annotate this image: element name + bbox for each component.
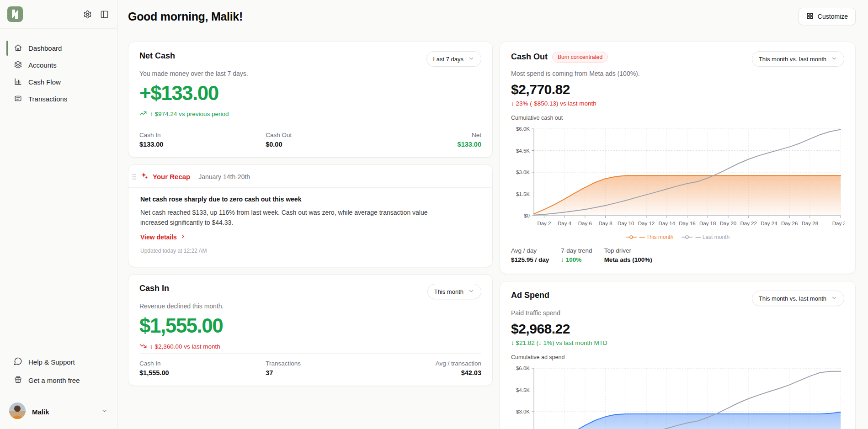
sidebar-item-dashboard[interactable]: Dashboard (0, 40, 117, 57)
view-details-link[interactable]: View details (140, 233, 186, 241)
trend-text: ↑ $974.24 vs previous period (150, 111, 229, 117)
sidebar-item-label: Dashboard (28, 44, 62, 52)
burn-concentrated-badge: Burn concentrated (552, 52, 608, 63)
bar-chart-icon (14, 77, 22, 87)
card-title: Ad Spend (511, 291, 549, 300)
card-subtitle: You made money over the last 7 days. (139, 70, 481, 77)
ad-spend-amount: $2,968.22 (511, 321, 844, 336)
cash-in-period-select[interactable]: This month (427, 284, 481, 299)
page-title: Good morning, Malik! (128, 10, 243, 23)
sidebar-item-cash-flow[interactable]: Cash Flow (0, 74, 117, 90)
footer-metric: Transactions 37 (266, 360, 376, 376)
svg-text:$6.0K: $6.0K (516, 365, 530, 371)
cash-in-trend: ↓ $2,360.00 vs last month (139, 342, 481, 351)
svg-text:$4.5K: $4.5K (516, 387, 530, 393)
legend-item[interactable]: — This month (626, 234, 673, 240)
sidebar-nav: Dashboard Accounts Cash Flow Transaction… (0, 29, 117, 107)
drag-handle-icon[interactable] (132, 173, 136, 182)
sidebar-item-transactions[interactable]: Transactions (0, 90, 117, 107)
cash-out-stats: Avg / day $125.95 / day 7-day trend ↓ 10… (511, 247, 844, 263)
svg-text:Day 4: Day 4 (558, 221, 572, 226)
card-title: Cash In (139, 284, 169, 293)
recap-header: Your Recap January 14th-20th (128, 165, 492, 187)
card-subtitle: Revenue declined this month. (139, 302, 481, 310)
svg-text:Day 22: Day 22 (740, 221, 756, 226)
card-subtitle: Paid traffic spend (511, 309, 844, 317)
settings-icon[interactable] (83, 10, 92, 19)
recap-text: Net cash reached $133, up 116% from last… (140, 208, 435, 228)
sidebar: Dashboard Accounts Cash Flow Transaction… (0, 0, 117, 429)
period-value: This month (434, 288, 463, 295)
ad-spend-period-select[interactable]: This month vs. last month (752, 291, 844, 306)
chart-label: Cumulative cash out (511, 115, 844, 121)
svg-text:$0: $0 (524, 213, 530, 218)
sidebar-item-accounts[interactable]: Accounts (0, 57, 117, 74)
net-cash-footer: Cash In $133.00 Cash Out $0.00 Net $133.… (139, 125, 481, 148)
recap-updated: Updated today at 12:22 AM (140, 248, 481, 254)
link-label: View details (140, 233, 177, 241)
footer-metric: Cash In $1,555.00 (139, 360, 266, 376)
grid-icon (806, 12, 814, 21)
cash-in-card: Cash In This month Revenue declined this… (128, 274, 493, 386)
user-name: Malik (32, 408, 95, 416)
cash-out-amount: $2,770.82 (511, 82, 844, 97)
svg-text:Day 14: Day 14 (659, 221, 676, 226)
customize-button[interactable]: Customize (799, 8, 856, 25)
svg-text:Day 10: Day 10 (618, 221, 634, 226)
user-menu[interactable]: Malik (0, 400, 117, 424)
chevron-down-icon (468, 288, 474, 296)
ad-spend-chart[interactable]: $0$1.5K$3.0K$4.5K$6.0KDay 2Day 4Day 6Day… (511, 363, 844, 429)
chat-bubble-icon (14, 357, 22, 367)
recap-card: Your Recap January 14th-20th Net cash ro… (128, 164, 493, 267)
footer-metric: Avg / transaction $42.03 (376, 360, 481, 376)
svg-text:$6.0K: $6.0K (516, 126, 530, 132)
card-subtitle: Most spend is coming from Meta ads (100%… (511, 70, 844, 77)
right-column: Cash Out Burn concentrated This month vs… (500, 42, 856, 429)
chart-label: Cumulative ad spend (511, 354, 844, 360)
sidebar-item-label: Accounts (28, 61, 57, 69)
ad-spend-trend: ↓ $21.82 (↓ 1%) vs last month MTD (511, 339, 844, 346)
recap-headline: Net cash rose sharply due to zero cash o… (140, 196, 481, 203)
customize-label: Customize (818, 13, 848, 20)
app-logo (6, 5, 24, 23)
sparkles-icon (140, 172, 148, 181)
svg-text:Day 8: Day 8 (599, 221, 612, 226)
trending-down-icon (139, 342, 147, 351)
net-cash-card: Net Cash Last 7 days You made money over… (128, 42, 493, 158)
sidebar-toggle-icon[interactable] (100, 10, 109, 19)
cash-out-card: Cash Out Burn concentrated This month vs… (500, 42, 856, 274)
card-title: Net Cash (139, 51, 175, 61)
receipt-icon (14, 94, 22, 104)
net-cash-period-select[interactable]: Last 7 days (426, 51, 482, 67)
legend-item[interactable]: — Last month (682, 234, 730, 240)
cash-out-chart[interactable]: $0$1.5K$3.0K$4.5K$6.0KDay 2Day 4Day 6Day… (511, 123, 844, 233)
sidebar-item-label: Transactions (28, 95, 67, 103)
cash-out-period-select[interactable]: This month vs. last month (752, 51, 844, 67)
main-content: Good morning, Malik! Customize Net Cash … (117, 0, 868, 429)
layers-icon (14, 60, 22, 70)
left-column: Net Cash Last 7 days You made money over… (128, 42, 493, 386)
sidebar-header (0, 0, 117, 29)
svg-text:Day 16: Day 16 (679, 221, 695, 226)
page-header: Good morning, Malik! Customize (128, 7, 856, 26)
net-cash-amount: +$133.00 (139, 83, 481, 104)
home-icon (14, 43, 22, 53)
sidebar-item-label: Help & Support (28, 358, 75, 366)
svg-text:$4.5K: $4.5K (516, 148, 530, 154)
chevron-down-icon (101, 408, 108, 416)
chevron-right-icon (180, 233, 186, 241)
cash-out-trend: ↓ 23% (-$850.13) vs last month (511, 100, 844, 107)
svg-text:Day 31: Day 31 (832, 221, 845, 226)
sidebar-item-get-month-free[interactable]: Get a month free (0, 371, 117, 389)
sidebar-item-label: Cash Flow (28, 78, 61, 86)
cash-in-footer: Cash In $1,555.00 Transactions 37 Avg / … (139, 353, 481, 376)
svg-text:Day 20: Day 20 (720, 221, 736, 226)
chevron-down-icon (831, 295, 837, 302)
cash-in-amount: $1,555.00 (139, 315, 481, 336)
sidebar-item-help-support[interactable]: Help & Support (0, 353, 117, 371)
active-indicator (6, 41, 8, 56)
svg-text:$3.0K: $3.0K (516, 169, 530, 175)
svg-text:Day 26: Day 26 (781, 221, 798, 226)
trending-up-icon (139, 110, 147, 118)
svg-text:Day 28: Day 28 (802, 221, 818, 226)
